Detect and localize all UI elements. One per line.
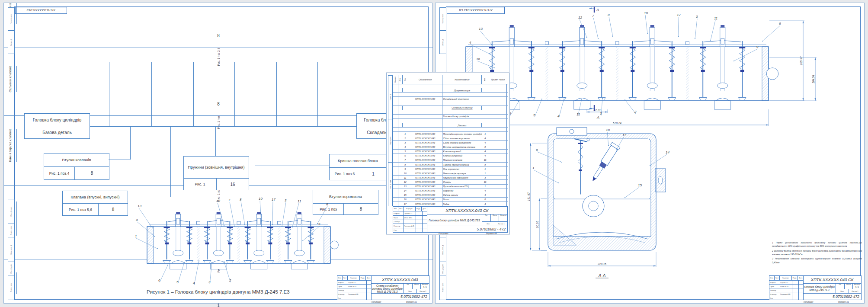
spec-footer-copied: Копировал: [439, 233, 448, 235]
spec-cell: [402, 84, 408, 88]
stamp-row-label: Разраб.: [337, 281, 348, 284]
spec-cell: [393, 171, 398, 175]
spec-cell: [393, 185, 398, 189]
spec-cell: [393, 136, 398, 140]
spec-cell: [398, 132, 403, 136]
spec-cell: [393, 180, 398, 184]
top-box-label-text: Сальники клапанів: [9, 66, 12, 92]
stamp-header-cell: Подп.: [416, 207, 422, 211]
stamp-lms-value: 1:1: [855, 285, 859, 289]
spec-cell: [488, 132, 508, 136]
callout-number: 3: [285, 198, 287, 202]
spec-cell: [408, 119, 442, 123]
stamp-header-cell: № докум.: [348, 276, 359, 280]
callout-number: 13: [138, 204, 141, 208]
stamp-right-block: ХПТК.ХХХХХХ.043Схема складання головки б…: [371, 276, 429, 300]
stamp-row-label: Т.контр.: [769, 288, 780, 292]
spec-cell: 17: [402, 202, 408, 206]
frame-stamp-text: Справ. №: [10, 39, 12, 46]
main-section-drawing: 134161278101731169654113242.01578.24285.…: [457, 6, 838, 133]
stamp-row-name: Шевч В.Ю.: [780, 285, 792, 288]
spec-cell: ХПТК.ХХХХХХ.043: [408, 136, 442, 140]
spec-cell: Пружина осі коромисел: [442, 176, 482, 179]
valves-box-count: 8: [99, 204, 128, 215]
spec-cell: Складальний кресленик: [442, 97, 482, 101]
frame-stamp: Подп. и дата: [8, 224, 15, 237]
spec-cell: [393, 97, 398, 101]
spec-cell: [442, 84, 482, 88]
stamp-row: Т.контр.: [337, 288, 371, 292]
spec-row: 5ХПТК.ХХХХХХ.043Клапан впускний4: [393, 150, 508, 154]
dimension-label: 42.01: [594, 109, 601, 112]
spec-cell: [393, 176, 398, 179]
frame-stamp: Инв. № дубл.: [439, 262, 446, 275]
stamp-row-label: Н.контр.: [393, 224, 404, 228]
springs-box-label: Пружини (зовнішня, внутрішня): [184, 157, 249, 179]
spec-header-cell: Приме- чание: [488, 75, 508, 84]
stamp-row-name: [404, 228, 416, 232]
stamp-header-cell: Лист: [775, 276, 780, 280]
spec-cell: [488, 176, 508, 179]
technical-notes: 1 Перед установкою змастити прокладку го…: [772, 241, 862, 265]
springs-box: Пружини (зовнішня, внутрішня)Рис. 116: [183, 156, 249, 190]
callout-number: 4: [136, 218, 138, 222]
stamp-row-sign: [360, 285, 367, 288]
spec-cell: [403, 123, 409, 127]
spec-cell: Прокладка кришки головки циліндрів: [442, 132, 482, 136]
stamp-header-cell: Лист: [343, 276, 348, 280]
spec-cell: 4: [482, 154, 489, 158]
valve-guides-box-ref: Рис. 1 поз.4: [44, 167, 75, 179]
callout-number: 1: [135, 234, 137, 238]
spec-cell: 8: [482, 198, 489, 201]
valves-box: Клапана (впускні, випускні)Рис. 1 поз 5,…: [62, 191, 128, 216]
spec-cell: [393, 150, 398, 154]
frame-stamp: Перв. примен.: [8, 7, 15, 31]
spec-cell: [398, 154, 403, 158]
spec-cell: [398, 145, 403, 149]
spec-cell: [488, 115, 508, 118]
scheme-connector: [255, 126, 255, 203]
stamp-row-date: [799, 288, 803, 292]
callout-number: 13: [479, 27, 483, 31]
spec-cell: [442, 110, 482, 114]
left-drawing-sheet: ХПТК.ХХХХХХ.043 Сідла клапанів8Рис. 1 по…: [3, 3, 432, 304]
stamp-row-sign: [792, 281, 799, 284]
stamp-lms-cell: Лит.: [404, 284, 413, 289]
stamp-row: Пров.Шевч В.Ю.: [393, 216, 427, 220]
scheme-connector: [109, 62, 109, 126]
top-box-label: Нижня тарілка клапанів: [4, 129, 17, 162]
spec-cell: Форсунки: [442, 189, 482, 193]
spec-cell: Документация: [442, 88, 482, 92]
spec-cell: ХПТК.ХХХХХХ.043: [408, 145, 442, 149]
callout-number: 14: [666, 150, 669, 154]
spec-cell: [488, 136, 508, 140]
stamp-row: Разраб.Гарам К.С.: [337, 281, 371, 285]
spec-cell: [482, 110, 489, 114]
spec-cell: 2: [402, 136, 408, 140]
stamp-lms-label: Масштаб: [500, 214, 506, 216]
top-box-right: 8Рис. 1 поз 2,3: [4, 24, 433, 66]
spec-cell: 8: [482, 145, 489, 149]
spec-cell: [488, 167, 508, 171]
spec-cell: ХПТК.ХХХХХХ.043: [408, 185, 442, 189]
spec-cell: 4: [482, 136, 489, 140]
springs-box-ref: Рис. 1: [184, 179, 217, 190]
frame-stamp-text: Инв. № подл.: [10, 207, 12, 217]
spec-header-cell: Обозначение: [408, 75, 442, 84]
stamp-header-row: Изм.Лист№ докум.Подп.Дата: [337, 276, 371, 281]
stamp-row-date: [799, 296, 803, 300]
stamp-row-sign: [792, 292, 799, 296]
spec-cell: 6: [402, 154, 408, 158]
spec-cell: [482, 84, 489, 88]
spec-cell: [488, 84, 508, 88]
page: { "palette":{"line":"#3a76c2","line_ligh…: [0, 0, 868, 307]
spec-cell: 1: [482, 167, 489, 171]
stamp-row-date: [423, 211, 427, 215]
callout-number: 9: [756, 45, 759, 49]
spec-cell: 16: [482, 158, 489, 162]
stamp-row-label: Н.контр.: [769, 292, 780, 296]
stamp-lms-label: Лит.: [407, 284, 409, 285]
spec-cell: [398, 106, 403, 110]
spec-cell: [398, 88, 403, 92]
callout-number: 3: [208, 280, 211, 284]
